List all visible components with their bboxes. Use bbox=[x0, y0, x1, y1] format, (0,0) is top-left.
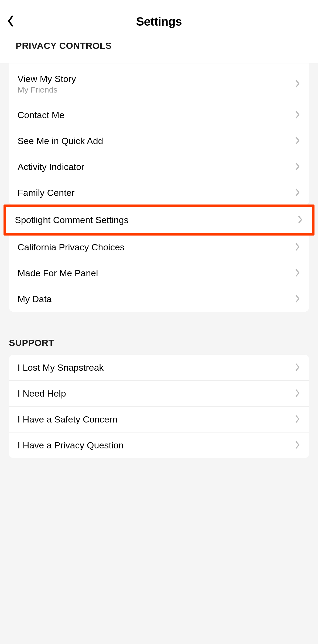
section-header-support: SUPPORT bbox=[0, 312, 318, 355]
page-title: Settings bbox=[136, 15, 182, 28]
back-button[interactable] bbox=[7, 15, 20, 28]
list-item-view-my-story[interactable]: View My Story My Friends bbox=[9, 66, 309, 102]
chevron-right-icon bbox=[295, 441, 300, 450]
chevron-right-icon bbox=[295, 162, 300, 172]
list-item-label: View My Story bbox=[18, 74, 76, 84]
list-item-lost-snapstreak[interactable]: I Lost My Snapstreak bbox=[9, 355, 309, 381]
list-item-spotlight-comment-settings[interactable]: Spotlight Comment Settings bbox=[6, 207, 312, 233]
list-item-label: Family Center bbox=[18, 188, 75, 198]
list-item-california-privacy-choices[interactable]: California Privacy Choices bbox=[9, 234, 309, 260]
list-item-label: Made For Me Panel bbox=[18, 268, 98, 278]
list-item-safety-concern[interactable]: I Have a Safety Concern bbox=[9, 407, 309, 432]
list-item-need-help[interactable]: I Need Help bbox=[9, 381, 309, 407]
chevron-right-icon bbox=[295, 188, 300, 198]
chevron-right-icon bbox=[295, 389, 300, 398]
highlight-box: Spotlight Comment Settings bbox=[4, 205, 314, 236]
chevron-right-icon bbox=[295, 79, 300, 89]
list-peek bbox=[9, 63, 309, 66]
list-item-label: Contact Me bbox=[18, 110, 64, 120]
list-item-my-data[interactable]: My Data bbox=[9, 286, 309, 312]
chevron-left-icon bbox=[7, 15, 14, 28]
chevron-right-icon bbox=[295, 363, 300, 373]
content: View My Story My Friends Contact Me See … bbox=[0, 63, 318, 458]
list-item-label: My Data bbox=[18, 294, 52, 304]
list-item-family-center[interactable]: Family Center bbox=[9, 180, 309, 206]
list-item-label: Activity Indicator bbox=[18, 162, 84, 172]
header: Settings PRIVACY CONTROLS bbox=[0, 0, 318, 63]
privacy-controls-list: View My Story My Friends Contact Me See … bbox=[9, 66, 309, 206]
chevron-right-icon bbox=[295, 110, 300, 120]
support-list: I Lost My Snapstreak I Need Help I Have … bbox=[9, 355, 309, 458]
list-item-label: Spotlight Comment Settings bbox=[15, 215, 128, 225]
list-item-contact-me[interactable]: Contact Me bbox=[9, 102, 309, 128]
list-item-label: I Have a Privacy Question bbox=[18, 440, 124, 451]
list-item-privacy-question[interactable]: I Have a Privacy Question bbox=[9, 432, 309, 458]
chevron-right-icon bbox=[298, 215, 303, 225]
section-header-privacy: PRIVACY CONTROLS bbox=[7, 30, 311, 58]
list-item-label: I Lost My Snapstreak bbox=[18, 362, 104, 373]
list-item-activity-indicator[interactable]: Activity Indicator bbox=[9, 154, 309, 180]
list-item-made-for-me-panel[interactable]: Made For Me Panel bbox=[9, 260, 309, 286]
list-item-label: See Me in Quick Add bbox=[18, 136, 103, 146]
list-item-label: I Have a Safety Concern bbox=[18, 414, 117, 425]
privacy-controls-list-continued: California Privacy Choices Made For Me P… bbox=[9, 234, 309, 312]
list-item-label: I Need Help bbox=[18, 388, 66, 399]
chevron-right-icon bbox=[295, 294, 300, 304]
chevron-right-icon bbox=[295, 268, 300, 278]
chevron-right-icon bbox=[295, 136, 300, 146]
list-item-see-me-in-quick-add[interactable]: See Me in Quick Add bbox=[9, 128, 309, 154]
list-item-label: California Privacy Choices bbox=[18, 242, 125, 253]
list-item-sublabel: My Friends bbox=[18, 85, 76, 94]
chevron-right-icon bbox=[295, 415, 300, 424]
chevron-right-icon bbox=[295, 243, 300, 252]
